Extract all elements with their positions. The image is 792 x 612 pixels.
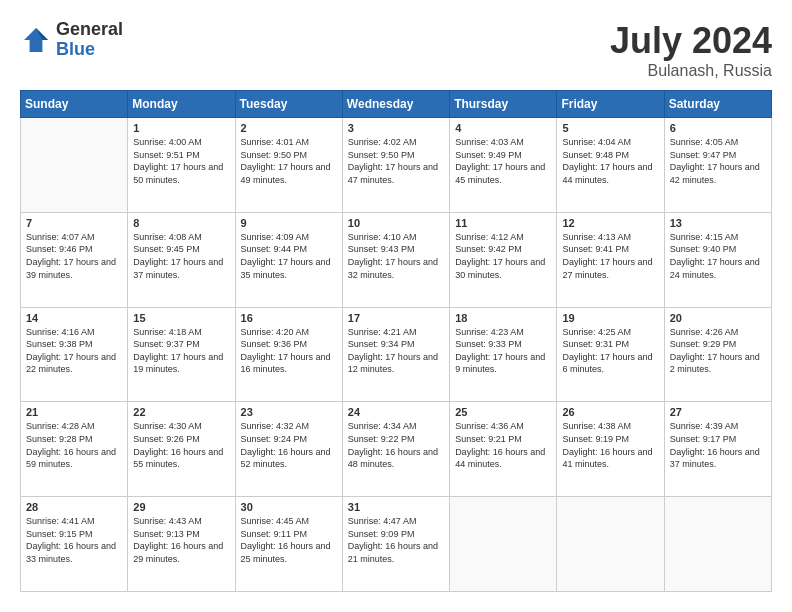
day-info: Sunrise: 4:30 AM Sunset: 9:26 PM Dayligh… — [133, 420, 229, 470]
day-number: 14 — [26, 312, 122, 324]
day-number: 25 — [455, 406, 551, 418]
header: General Blue July 2024 Bulanash, Russia — [20, 20, 772, 80]
daylight-text: Daylight: 17 hours and 49 minutes. — [241, 162, 331, 185]
sunset-text: Sunset: 9:29 PM — [670, 339, 737, 349]
logo: General Blue — [20, 20, 123, 60]
daylight-text: Daylight: 17 hours and 42 minutes. — [670, 162, 760, 185]
sunset-text: Sunset: 9:42 PM — [455, 244, 522, 254]
table-row — [21, 118, 128, 213]
sunset-text: Sunset: 9:15 PM — [26, 529, 93, 539]
day-number: 5 — [562, 122, 658, 134]
day-info: Sunrise: 4:10 AM Sunset: 9:43 PM Dayligh… — [348, 231, 444, 281]
table-row — [450, 497, 557, 592]
calendar-week-row: 21 Sunrise: 4:28 AM Sunset: 9:28 PM Dayl… — [21, 402, 772, 497]
day-info: Sunrise: 4:05 AM Sunset: 9:47 PM Dayligh… — [670, 136, 766, 186]
sunrise-text: Sunrise: 4:39 AM — [670, 421, 739, 431]
sunrise-text: Sunrise: 4:47 AM — [348, 516, 417, 526]
day-number: 22 — [133, 406, 229, 418]
day-number: 16 — [241, 312, 337, 324]
day-info: Sunrise: 4:47 AM Sunset: 9:09 PM Dayligh… — [348, 515, 444, 565]
day-info: Sunrise: 4:21 AM Sunset: 9:34 PM Dayligh… — [348, 326, 444, 376]
day-number: 31 — [348, 501, 444, 513]
sunset-text: Sunset: 9:44 PM — [241, 244, 308, 254]
day-info: Sunrise: 4:03 AM Sunset: 9:49 PM Dayligh… — [455, 136, 551, 186]
table-row: 22 Sunrise: 4:30 AM Sunset: 9:26 PM Dayl… — [128, 402, 235, 497]
day-info: Sunrise: 4:20 AM Sunset: 9:36 PM Dayligh… — [241, 326, 337, 376]
sunset-text: Sunset: 9:47 PM — [670, 150, 737, 160]
daylight-text: Daylight: 17 hours and 37 minutes. — [133, 257, 223, 280]
page: General Blue July 2024 Bulanash, Russia … — [0, 0, 792, 612]
day-info: Sunrise: 4:13 AM Sunset: 9:41 PM Dayligh… — [562, 231, 658, 281]
daylight-text: Daylight: 17 hours and 44 minutes. — [562, 162, 652, 185]
calendar-week-row: 7 Sunrise: 4:07 AM Sunset: 9:46 PM Dayli… — [21, 212, 772, 307]
table-row: 15 Sunrise: 4:18 AM Sunset: 9:37 PM Dayl… — [128, 307, 235, 402]
table-row: 12 Sunrise: 4:13 AM Sunset: 9:41 PM Dayl… — [557, 212, 664, 307]
day-number: 28 — [26, 501, 122, 513]
daylight-text: Daylight: 16 hours and 25 minutes. — [241, 541, 331, 564]
day-info: Sunrise: 4:41 AM Sunset: 9:15 PM Dayligh… — [26, 515, 122, 565]
day-number: 3 — [348, 122, 444, 134]
day-number: 23 — [241, 406, 337, 418]
day-number: 9 — [241, 217, 337, 229]
sunset-text: Sunset: 9:24 PM — [241, 434, 308, 444]
day-info: Sunrise: 4:26 AM Sunset: 9:29 PM Dayligh… — [670, 326, 766, 376]
daylight-text: Daylight: 16 hours and 52 minutes. — [241, 447, 331, 470]
sunset-text: Sunset: 9:50 PM — [348, 150, 415, 160]
daylight-text: Daylight: 16 hours and 48 minutes. — [348, 447, 438, 470]
day-info: Sunrise: 4:43 AM Sunset: 9:13 PM Dayligh… — [133, 515, 229, 565]
table-row: 1 Sunrise: 4:00 AM Sunset: 9:51 PM Dayli… — [128, 118, 235, 213]
daylight-text: Daylight: 16 hours and 59 minutes. — [26, 447, 116, 470]
sunrise-text: Sunrise: 4:23 AM — [455, 327, 524, 337]
table-row: 2 Sunrise: 4:01 AM Sunset: 9:50 PM Dayli… — [235, 118, 342, 213]
table-row — [664, 497, 771, 592]
table-row: 20 Sunrise: 4:26 AM Sunset: 9:29 PM Dayl… — [664, 307, 771, 402]
sunset-text: Sunset: 9:13 PM — [133, 529, 200, 539]
day-number: 29 — [133, 501, 229, 513]
logo-general-text: General — [56, 20, 123, 40]
logo-icon — [20, 24, 52, 56]
day-info: Sunrise: 4:34 AM Sunset: 9:22 PM Dayligh… — [348, 420, 444, 470]
sunrise-text: Sunrise: 4:25 AM — [562, 327, 631, 337]
day-info: Sunrise: 4:01 AM Sunset: 9:50 PM Dayligh… — [241, 136, 337, 186]
daylight-text: Daylight: 17 hours and 50 minutes. — [133, 162, 223, 185]
day-number: 19 — [562, 312, 658, 324]
day-number: 27 — [670, 406, 766, 418]
table-row: 18 Sunrise: 4:23 AM Sunset: 9:33 PM Dayl… — [450, 307, 557, 402]
sunrise-text: Sunrise: 4:07 AM — [26, 232, 95, 242]
daylight-text: Daylight: 17 hours and 47 minutes. — [348, 162, 438, 185]
table-row: 17 Sunrise: 4:21 AM Sunset: 9:34 PM Dayl… — [342, 307, 449, 402]
day-info: Sunrise: 4:08 AM Sunset: 9:45 PM Dayligh… — [133, 231, 229, 281]
day-info: Sunrise: 4:12 AM Sunset: 9:42 PM Dayligh… — [455, 231, 551, 281]
table-row: 6 Sunrise: 4:05 AM Sunset: 9:47 PM Dayli… — [664, 118, 771, 213]
table-row: 28 Sunrise: 4:41 AM Sunset: 9:15 PM Dayl… — [21, 497, 128, 592]
sunset-text: Sunset: 9:33 PM — [455, 339, 522, 349]
table-row: 27 Sunrise: 4:39 AM Sunset: 9:17 PM Dayl… — [664, 402, 771, 497]
sunrise-text: Sunrise: 4:43 AM — [133, 516, 202, 526]
sunset-text: Sunset: 9:45 PM — [133, 244, 200, 254]
daylight-text: Daylight: 17 hours and 22 minutes. — [26, 352, 116, 375]
col-saturday: Saturday — [664, 91, 771, 118]
col-friday: Friday — [557, 91, 664, 118]
day-info: Sunrise: 4:16 AM Sunset: 9:38 PM Dayligh… — [26, 326, 122, 376]
sunset-text: Sunset: 9:36 PM — [241, 339, 308, 349]
day-info: Sunrise: 4:07 AM Sunset: 9:46 PM Dayligh… — [26, 231, 122, 281]
table-row: 10 Sunrise: 4:10 AM Sunset: 9:43 PM Dayl… — [342, 212, 449, 307]
sunrise-text: Sunrise: 4:30 AM — [133, 421, 202, 431]
daylight-text: Daylight: 17 hours and 45 minutes. — [455, 162, 545, 185]
table-row: 14 Sunrise: 4:16 AM Sunset: 9:38 PM Dayl… — [21, 307, 128, 402]
sunrise-text: Sunrise: 4:09 AM — [241, 232, 310, 242]
table-row: 7 Sunrise: 4:07 AM Sunset: 9:46 PM Dayli… — [21, 212, 128, 307]
table-row: 3 Sunrise: 4:02 AM Sunset: 9:50 PM Dayli… — [342, 118, 449, 213]
day-info: Sunrise: 4:25 AM Sunset: 9:31 PM Dayligh… — [562, 326, 658, 376]
day-number: 1 — [133, 122, 229, 134]
sunrise-text: Sunrise: 4:45 AM — [241, 516, 310, 526]
daylight-text: Daylight: 16 hours and 55 minutes. — [133, 447, 223, 470]
daylight-text: Daylight: 16 hours and 21 minutes. — [348, 541, 438, 564]
sunset-text: Sunset: 9:21 PM — [455, 434, 522, 444]
day-number: 17 — [348, 312, 444, 324]
table-row: 26 Sunrise: 4:38 AM Sunset: 9:19 PM Dayl… — [557, 402, 664, 497]
sunrise-text: Sunrise: 4:26 AM — [670, 327, 739, 337]
day-number: 24 — [348, 406, 444, 418]
day-info: Sunrise: 4:09 AM Sunset: 9:44 PM Dayligh… — [241, 231, 337, 281]
calendar-header-row: Sunday Monday Tuesday Wednesday Thursday… — [21, 91, 772, 118]
